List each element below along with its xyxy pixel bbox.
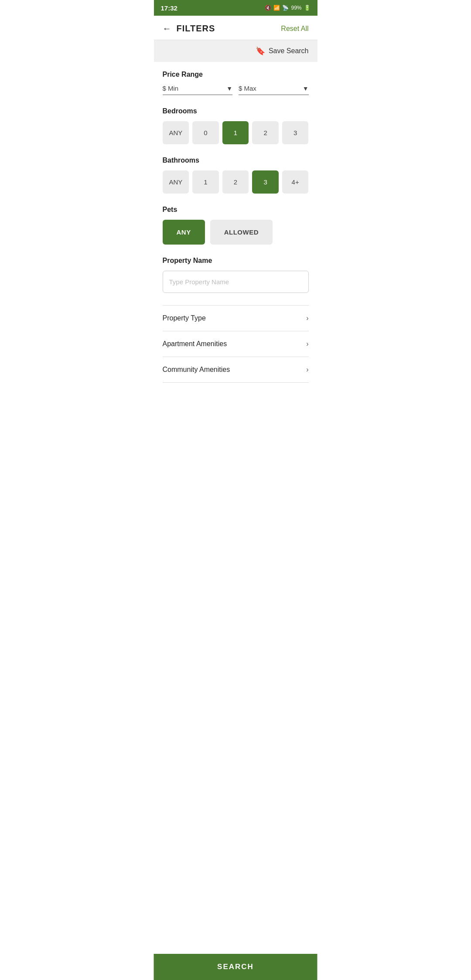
nav-item-label: Property Type [163,314,206,322]
nav-item-label: Apartment Amenities [163,340,227,348]
header: ← FILTERS Reset All [154,16,317,40]
price-min-label: $ Min [163,85,179,92]
bedrooms-btn-0[interactable]: 0 [192,121,219,144]
property-name-input[interactable] [163,271,309,293]
nav-item-property-type[interactable]: Property Type› [163,305,309,331]
bedrooms-title: Bedrooms [163,107,309,115]
price-max-label: $ Max [239,85,256,92]
price-row: $ Min ▼ $ Max ▼ [163,85,309,95]
reset-all-button[interactable]: Reset All [281,25,308,33]
nav-item-apartment-amenities[interactable]: Apartment Amenities› [163,331,309,357]
chevron-down-icon: ▼ [303,85,309,92]
filters-content: Price Range $ Min ▼ $ Max ▼ Bedrooms ANY… [154,62,317,426]
bedrooms-btn-3[interactable]: 3 [282,121,309,144]
chevron-right-icon: › [306,314,308,322]
bathrooms-btn-3[interactable]: 3 [252,170,279,194]
price-max-select[interactable]: $ Max ▼ [239,85,309,95]
pets-btn-any[interactable]: ANY [163,220,205,245]
status-time: 17:32 [161,4,177,12]
nav-list: Property Type›Apartment Amenities›Commun… [163,305,309,383]
price-min-select[interactable]: $ Min ▼ [163,85,233,95]
bathrooms-options: ANY1234+ [163,170,309,194]
mute-icon: 🔇 [265,5,271,11]
bookmark-icon: 🔖 [256,46,265,56]
chevron-down-icon: ▼ [226,85,232,92]
bedrooms-btn-1[interactable]: 1 [222,121,249,144]
property-name-section: Property Name [163,257,309,293]
battery-label: 99% [291,5,301,11]
pets-title: Pets [163,206,309,214]
nav-item-community-amenities[interactable]: Community Amenities› [163,357,309,383]
back-button[interactable]: ← [163,24,171,34]
bathrooms-btn-any[interactable]: ANY [163,170,189,194]
status-bar: 17:32 🔇 📶 📡 99% 🔋 [154,0,317,16]
pets-section: Pets ANYALLOWED [163,206,309,245]
chevron-right-icon: › [306,366,308,374]
page-title: FILTERS [177,24,215,34]
status-icons: 🔇 📶 📡 99% 🔋 [265,5,310,11]
save-search-bar[interactable]: 🔖 Save Search [154,40,317,62]
price-range-section: Price Range $ Min ▼ $ Max ▼ [163,71,309,95]
bathrooms-btn-1[interactable]: 1 [192,170,219,194]
bathrooms-btn-4+[interactable]: 4+ [282,170,309,194]
pets-btn-allowed[interactable]: ALLOWED [210,220,273,245]
bathrooms-section: Bathrooms ANY1234+ [163,157,309,194]
nav-item-label: Community Amenities [163,366,230,374]
bedrooms-options: ANY0123 [163,121,309,144]
property-name-title: Property Name [163,257,309,265]
signal-icon: 📡 [282,5,289,11]
bathrooms-title: Bathrooms [163,157,309,164]
pets-options: ANYALLOWED [163,220,309,245]
chevron-right-icon: › [306,340,308,348]
save-search-label: Save Search [269,47,309,55]
header-left: ← FILTERS [163,24,215,34]
battery-icon: 🔋 [304,5,311,11]
bathrooms-btn-2[interactable]: 2 [222,170,249,194]
bedrooms-section: Bedrooms ANY0123 [163,107,309,144]
wifi-icon: 📶 [273,5,280,11]
bedrooms-btn-2[interactable]: 2 [252,121,279,144]
bedrooms-btn-any[interactable]: ANY [163,121,189,144]
price-range-title: Price Range [163,71,309,78]
